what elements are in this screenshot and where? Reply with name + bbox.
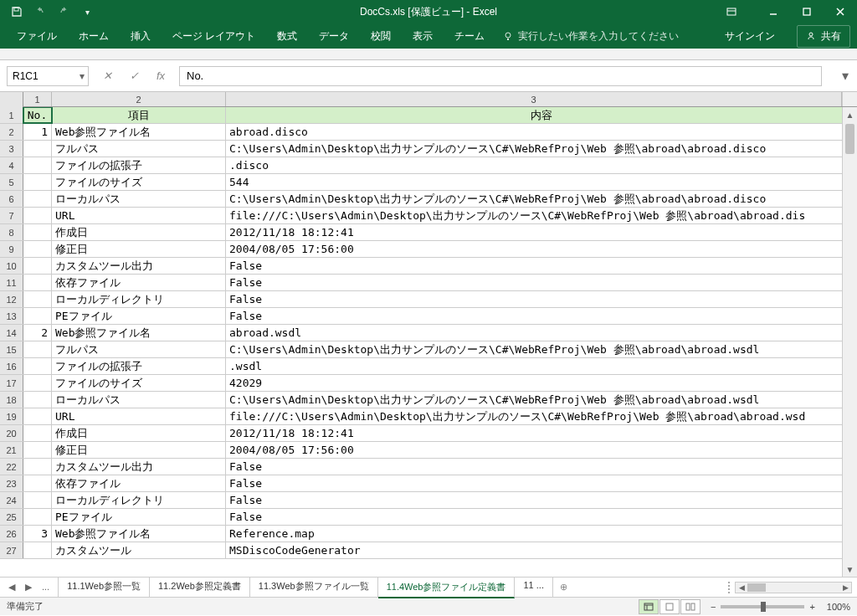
chevron-down-icon[interactable]: ▾ xyxy=(80,70,85,82)
cell[interactable] xyxy=(23,157,52,173)
cell[interactable]: C:\Users\Admin\Desktop\出力サンプルのソース\C#\Web… xyxy=(226,141,857,157)
ribbon-display-icon[interactable] xyxy=(715,0,748,23)
cell[interactable]: abroad.wsdl xyxy=(226,325,857,341)
tab-formulas[interactable]: 数式 xyxy=(267,24,307,49)
row-header[interactable]: 2 xyxy=(0,124,23,140)
cell[interactable]: 依存ファイル xyxy=(52,275,226,290)
scroll-left-icon[interactable]: ◀ xyxy=(736,583,747,593)
zoom-out-icon[interactable]: − xyxy=(711,602,716,612)
row-header[interactable]: 6 xyxy=(0,191,23,207)
cell[interactable] xyxy=(23,224,52,240)
tab-view[interactable]: 表示 xyxy=(403,24,443,49)
cell[interactable] xyxy=(23,408,52,424)
cell[interactable] xyxy=(23,191,52,207)
cell[interactable]: PEファイル xyxy=(52,509,226,525)
cell[interactable] xyxy=(23,459,52,475)
row-header[interactable]: 24 xyxy=(0,492,23,508)
cell[interactable]: Web参照ファイル名 xyxy=(52,325,226,341)
cell[interactable]: 項目 xyxy=(52,107,226,123)
scroll-down-icon[interactable]: ▼ xyxy=(843,562,857,577)
cell[interactable]: カスタムツール出力 xyxy=(52,459,226,475)
cell[interactable]: ファイルの拡張子 xyxy=(52,157,226,173)
sheet-tab[interactable]: 11.4Web参照ファイル定義書 xyxy=(378,578,516,598)
fx-icon[interactable]: fx xyxy=(149,66,172,86)
cell[interactable] xyxy=(23,291,52,307)
enter-formula-icon[interactable]: ✓ xyxy=(122,66,146,86)
sheet-tab[interactable]: 11.2Web参照定義書 xyxy=(150,577,250,598)
cell[interactable]: 作成日 xyxy=(52,425,226,441)
cell[interactable] xyxy=(23,492,52,508)
expand-formula-icon[interactable]: ▾ xyxy=(839,68,852,84)
cell[interactable]: カスタムツール出力 xyxy=(52,258,226,274)
row-header[interactable]: 21 xyxy=(0,442,23,458)
vertical-scrollbar[interactable]: ▲ ▼ xyxy=(842,107,857,577)
cell[interactable] xyxy=(23,375,52,391)
horizontal-scrollbar[interactable]: ◀ ▶ xyxy=(735,582,852,593)
hscroll-thumb[interactable] xyxy=(747,583,766,592)
add-sheet-icon[interactable]: ⊕ xyxy=(553,582,574,593)
cell[interactable]: URL xyxy=(52,408,226,424)
scroll-thumb[interactable] xyxy=(845,124,854,154)
cell[interactable] xyxy=(23,141,52,157)
sheet-nav-prev-icon[interactable]: ◀ xyxy=(5,580,18,594)
cell[interactable]: .wsdl xyxy=(226,358,857,374)
row-header[interactable]: 5 xyxy=(0,174,23,190)
row-header[interactable]: 17 xyxy=(0,375,23,391)
cell[interactable]: No. xyxy=(23,107,52,123)
cell[interactable]: URL xyxy=(52,208,226,223)
row-header[interactable]: 14 xyxy=(0,325,23,341)
row-header[interactable]: 10 xyxy=(0,258,23,274)
cell[interactable] xyxy=(23,341,52,357)
row-header[interactable]: 11 xyxy=(0,275,23,290)
column-header[interactable]: 3 xyxy=(226,92,842,106)
cell[interactable]: 修正日 xyxy=(52,442,226,458)
normal-view-icon[interactable] xyxy=(639,599,659,614)
row-header[interactable]: 7 xyxy=(0,208,23,223)
cell[interactable]: 2004/08/05 17:56:00 xyxy=(226,442,857,458)
select-all-corner[interactable] xyxy=(0,92,23,107)
minimize-button[interactable] xyxy=(757,0,790,23)
cell[interactable]: 2012/11/18 18:12:41 xyxy=(226,224,857,240)
cell[interactable]: 2004/08/05 17:56:00 xyxy=(226,241,857,257)
zoom-in-icon[interactable]: + xyxy=(809,602,814,612)
cell[interactable]: ファイルの拡張子 xyxy=(52,358,226,374)
cell[interactable] xyxy=(23,442,52,458)
cell[interactable]: PEファイル xyxy=(52,308,226,324)
cell[interactable]: C:\Users\Admin\Desktop\出力サンプルのソース\C#\Web… xyxy=(226,392,857,408)
sheet-tab[interactable]: 11.1Web参照一覧 xyxy=(58,577,150,598)
cell[interactable]: ローカルディレクトリ xyxy=(52,492,226,508)
row-header[interactable]: 16 xyxy=(0,358,23,374)
cell[interactable] xyxy=(23,308,52,324)
close-button[interactable] xyxy=(824,0,857,23)
row-header[interactable]: 18 xyxy=(0,392,23,408)
name-box[interactable]: R1C1 ▾ xyxy=(7,66,89,86)
cell[interactable] xyxy=(23,392,52,408)
sheet-tab[interactable]: 11 ... xyxy=(515,577,552,598)
sheet-overflow-label[interactable]: ... xyxy=(38,580,53,594)
tab-data[interactable]: データ xyxy=(309,24,359,49)
qat-customize-icon[interactable]: ▾ xyxy=(79,3,95,20)
sheet-tab[interactable]: 11.3Web参照ファイル一覧 xyxy=(250,577,378,598)
cell[interactable]: C:\Users\Admin\Desktop\出力サンプルのソース\C#\Web… xyxy=(226,341,857,357)
cell[interactable]: 修正日 xyxy=(52,241,226,257)
cell[interactable]: ローカルパス xyxy=(52,392,226,408)
row-header[interactable]: 25 xyxy=(0,509,23,525)
cell[interactable]: ファイルのサイズ xyxy=(52,174,226,190)
page-break-view-icon[interactable] xyxy=(680,599,700,614)
cell[interactable]: ファイルのサイズ xyxy=(52,375,226,391)
undo-icon[interactable] xyxy=(32,3,49,20)
row-header[interactable]: 27 xyxy=(0,542,23,558)
cell[interactable]: abroad.disco xyxy=(226,124,857,140)
column-header[interactable]: 1 xyxy=(23,92,52,106)
formula-input[interactable]: No. xyxy=(179,66,822,86)
page-layout-view-icon[interactable] xyxy=(659,599,680,614)
tab-splitter[interactable] xyxy=(728,582,731,593)
cell[interactable]: Web参照ファイル名 xyxy=(52,526,226,542)
row-header[interactable]: 15 xyxy=(0,341,23,357)
cell[interactable]: False xyxy=(226,459,857,475)
cell[interactable]: MSDiscoCodeGenerator xyxy=(226,542,857,558)
cell[interactable]: フルパス xyxy=(52,341,226,357)
row-header[interactable]: 13 xyxy=(0,308,23,324)
cell[interactable]: file:///C:\Users\Admin\Desktop\出力サンプルのソー… xyxy=(226,208,857,223)
tab-file[interactable]: ファイル xyxy=(7,24,67,49)
